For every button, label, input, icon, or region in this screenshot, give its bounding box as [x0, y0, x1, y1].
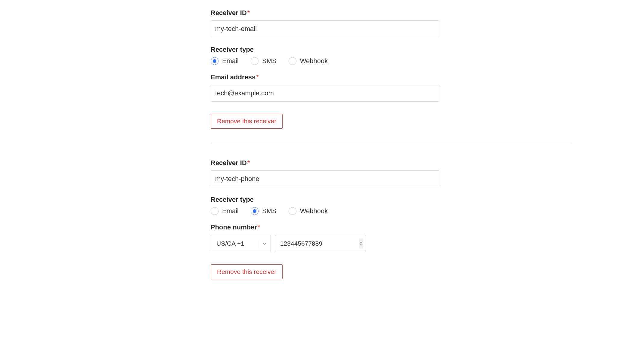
phone-number-input[interactable]: [280, 235, 359, 252]
radio-email[interactable]: Email: [211, 207, 239, 215]
stepper-down-icon: [360, 244, 363, 246]
radio-circle-icon: [251, 57, 259, 65]
phone-number-label: Phone number*: [211, 223, 572, 231]
remove-receiver-button[interactable]: Remove this receiver: [211, 114, 283, 129]
number-stepper[interactable]: [359, 238, 363, 249]
radio-circle-icon: [211, 207, 218, 215]
select-separator: [259, 239, 259, 248]
chevron-down-icon: [262, 241, 267, 246]
radio-sms[interactable]: SMS: [251, 207, 277, 215]
email-address-input[interactable]: [211, 85, 439, 102]
receiver-id-label: Receiver ID*: [211, 9, 572, 17]
receiver-type-field: Receiver type Email SMS Webhook: [211, 46, 572, 65]
receiver-type-label: Receiver type: [211, 46, 572, 54]
receiver-id-label: Receiver ID*: [211, 159, 572, 167]
email-address-field: Email address*: [211, 73, 572, 102]
receiver-type-radio-group: Email SMS Webhook: [211, 207, 572, 215]
country-code-select[interactable]: US/CA +1: [211, 235, 271, 252]
receiver-id-input[interactable]: [211, 20, 439, 37]
required-indicator: *: [247, 9, 250, 17]
radio-circle-icon: [289, 207, 296, 215]
receiver-type-field: Receiver type Email SMS Webhook: [211, 196, 572, 215]
radio-webhook-label: Webhook: [300, 57, 328, 65]
receiver-type-radio-group: Email SMS Webhook: [211, 57, 572, 65]
required-indicator: *: [247, 159, 250, 167]
radio-webhook[interactable]: Webhook: [289, 57, 328, 65]
remove-receiver-button[interactable]: Remove this receiver: [211, 264, 283, 279]
radio-webhook-label: Webhook: [300, 207, 328, 215]
radio-webhook[interactable]: Webhook: [289, 207, 328, 215]
email-address-label: Email address*: [211, 73, 572, 81]
radio-email-label: Email: [222, 207, 239, 215]
radio-sms-label: SMS: [262, 57, 277, 65]
receiver-block: Receiver ID* Receiver type Email SMS Web…: [211, 9, 572, 144]
stepper-up-icon: [360, 242, 363, 244]
phone-number-field: Phone number* US/CA +1: [211, 223, 572, 252]
required-indicator: *: [258, 223, 260, 231]
radio-sms-label: SMS: [262, 207, 277, 215]
radio-circle-icon: [211, 57, 218, 65]
receiver-id-field: Receiver ID*: [211, 159, 572, 187]
radio-circle-icon: [251, 207, 259, 215]
radio-email-label: Email: [222, 57, 239, 65]
receiver-type-label: Receiver type: [211, 196, 572, 204]
required-indicator: *: [256, 73, 259, 81]
radio-circle-icon: [289, 57, 296, 65]
receiver-id-field: Receiver ID*: [211, 9, 572, 37]
receiver-id-input[interactable]: [211, 170, 439, 187]
radio-sms[interactable]: SMS: [251, 57, 277, 65]
radio-email[interactable]: Email: [211, 57, 239, 65]
divider: [211, 144, 572, 144]
country-code-value: US/CA +1: [216, 240, 258, 247]
phone-number-input-wrap: [275, 235, 366, 252]
receiver-block: Receiver ID* Receiver type Email SMS Web…: [211, 159, 572, 294]
